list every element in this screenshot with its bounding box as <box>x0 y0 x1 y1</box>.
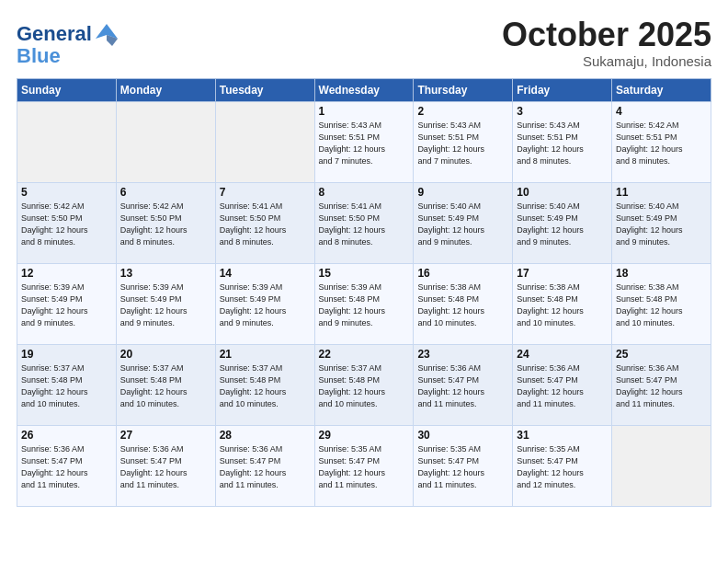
calendar-cell: 14Sunrise: 5:39 AM Sunset: 5:49 PM Dayli… <box>215 263 314 344</box>
calendar-cell: 24Sunrise: 5:36 AM Sunset: 5:47 PM Dayli… <box>513 344 612 425</box>
logo: General Blue <box>17 20 119 68</box>
calendar-cell: 9Sunrise: 5:40 AM Sunset: 5:49 PM Daylig… <box>414 182 513 263</box>
calendar-cell: 19Sunrise: 5:37 AM Sunset: 5:48 PM Dayli… <box>17 344 117 425</box>
day-number: 7 <box>220 186 311 199</box>
day-number: 22 <box>319 348 410 361</box>
day-number: 5 <box>21 186 112 199</box>
weekday-header-friday: Friday <box>513 78 612 101</box>
day-info: Sunrise: 5:38 AM Sunset: 5:48 PM Dayligh… <box>417 282 508 329</box>
day-info: Sunrise: 5:36 AM Sunset: 5:47 PM Dayligh… <box>220 443 311 491</box>
day-number: 19 <box>21 348 112 361</box>
day-number: 14 <box>220 267 311 280</box>
calendar-cell: 1Sunrise: 5:43 AM Sunset: 5:51 PM Daylig… <box>314 101 414 182</box>
calendar-cell: 26Sunrise: 5:36 AM Sunset: 5:47 PM Dayli… <box>17 425 117 506</box>
day-info: Sunrise: 5:39 AM Sunset: 5:49 PM Dayligh… <box>220 282 311 329</box>
day-number: 20 <box>120 348 211 361</box>
day-info: Sunrise: 5:43 AM Sunset: 5:51 PM Dayligh… <box>417 120 508 167</box>
calendar-cell: 7Sunrise: 5:41 AM Sunset: 5:50 PM Daylig… <box>215 182 314 263</box>
weekday-header-wednesday: Wednesday <box>314 78 414 101</box>
day-info: Sunrise: 5:37 AM Sunset: 5:48 PM Dayligh… <box>319 362 410 410</box>
calendar-cell: 31Sunrise: 5:35 AM Sunset: 5:47 PM Dayli… <box>513 425 612 506</box>
day-number: 31 <box>517 429 608 442</box>
day-number: 23 <box>417 348 508 361</box>
calendar-cell <box>612 425 711 506</box>
day-number: 2 <box>417 105 508 118</box>
weekday-header-thursday: Thursday <box>414 78 513 101</box>
day-number: 30 <box>417 429 508 442</box>
calendar-cell: 20Sunrise: 5:37 AM Sunset: 5:48 PM Dayli… <box>116 344 215 425</box>
weekday-header-tuesday: Tuesday <box>215 78 314 101</box>
day-number: 25 <box>616 348 707 361</box>
day-info: Sunrise: 5:41 AM Sunset: 5:50 PM Dayligh… <box>319 201 410 248</box>
calendar-cell: 27Sunrise: 5:36 AM Sunset: 5:47 PM Dayli… <box>116 425 215 506</box>
day-info: Sunrise: 5:35 AM Sunset: 5:47 PM Dayligh… <box>517 443 608 491</box>
day-info: Sunrise: 5:38 AM Sunset: 5:48 PM Dayligh… <box>517 282 608 329</box>
day-info: Sunrise: 5:35 AM Sunset: 5:47 PM Dayligh… <box>319 443 410 491</box>
day-info: Sunrise: 5:37 AM Sunset: 5:48 PM Dayligh… <box>220 362 311 410</box>
day-info: Sunrise: 5:40 AM Sunset: 5:49 PM Dayligh… <box>517 201 608 248</box>
calendar-cell: 25Sunrise: 5:36 AM Sunset: 5:47 PM Dayli… <box>612 344 711 425</box>
calendar-cell: 30Sunrise: 5:35 AM Sunset: 5:47 PM Dayli… <box>414 425 513 506</box>
day-info: Sunrise: 5:36 AM Sunset: 5:47 PM Dayligh… <box>517 362 608 410</box>
day-info: Sunrise: 5:37 AM Sunset: 5:48 PM Dayligh… <box>120 362 211 410</box>
day-number: 26 <box>21 429 112 442</box>
day-info: Sunrise: 5:39 AM Sunset: 5:48 PM Dayligh… <box>319 282 410 329</box>
day-number: 13 <box>120 267 211 280</box>
calendar-cell: 23Sunrise: 5:36 AM Sunset: 5:47 PM Dayli… <box>414 344 513 425</box>
location: Sukamaju, Indonesia <box>502 53 711 69</box>
calendar-cell: 11Sunrise: 5:40 AM Sunset: 5:49 PM Dayli… <box>612 182 711 263</box>
day-number: 27 <box>120 429 211 442</box>
day-info: Sunrise: 5:39 AM Sunset: 5:49 PM Dayligh… <box>21 282 112 329</box>
calendar-cell: 21Sunrise: 5:37 AM Sunset: 5:48 PM Dayli… <box>215 344 314 425</box>
day-number: 16 <box>417 267 508 280</box>
calendar-cell: 16Sunrise: 5:38 AM Sunset: 5:48 PM Dayli… <box>414 263 513 344</box>
day-info: Sunrise: 5:40 AM Sunset: 5:49 PM Dayligh… <box>417 201 508 248</box>
calendar-cell: 8Sunrise: 5:41 AM Sunset: 5:50 PM Daylig… <box>314 182 414 263</box>
header: General Blue October 2025 Sukamaju, Indo… <box>17 17 711 69</box>
calendar-cell: 29Sunrise: 5:35 AM Sunset: 5:47 PM Dayli… <box>314 425 414 506</box>
title-block: October 2025 Sukamaju, Indonesia <box>502 17 711 69</box>
day-info: Sunrise: 5:40 AM Sunset: 5:49 PM Dayligh… <box>616 201 707 248</box>
day-number: 15 <box>319 267 410 280</box>
day-number: 9 <box>417 186 508 199</box>
calendar-cell <box>215 101 314 182</box>
day-info: Sunrise: 5:42 AM Sunset: 5:50 PM Dayligh… <box>120 201 211 248</box>
day-number: 21 <box>220 348 311 361</box>
day-number: 6 <box>120 186 211 199</box>
calendar-cell: 15Sunrise: 5:39 AM Sunset: 5:48 PM Dayli… <box>314 263 414 344</box>
day-info: Sunrise: 5:43 AM Sunset: 5:51 PM Dayligh… <box>517 120 608 167</box>
calendar-cell <box>116 101 215 182</box>
weekday-header-sunday: Sunday <box>17 78 117 101</box>
day-info: Sunrise: 5:42 AM Sunset: 5:50 PM Dayligh… <box>21 201 112 248</box>
day-info: Sunrise: 5:38 AM Sunset: 5:48 PM Dayligh… <box>616 282 707 329</box>
day-number: 1 <box>319 105 410 118</box>
day-number: 29 <box>319 429 410 442</box>
day-info: Sunrise: 5:36 AM Sunset: 5:47 PM Dayligh… <box>616 362 707 410</box>
calendar-cell: 17Sunrise: 5:38 AM Sunset: 5:48 PM Dayli… <box>513 263 612 344</box>
day-number: 24 <box>517 348 608 361</box>
day-number: 3 <box>517 105 608 118</box>
calendar-cell: 22Sunrise: 5:37 AM Sunset: 5:48 PM Dayli… <box>314 344 414 425</box>
calendar-cell: 5Sunrise: 5:42 AM Sunset: 5:50 PM Daylig… <box>17 182 117 263</box>
day-number: 28 <box>220 429 311 442</box>
day-info: Sunrise: 5:39 AM Sunset: 5:49 PM Dayligh… <box>120 282 211 329</box>
calendar-cell <box>17 101 117 182</box>
calendar-cell: 2Sunrise: 5:43 AM Sunset: 5:51 PM Daylig… <box>414 101 513 182</box>
logo-text: General <box>17 23 92 45</box>
logo-icon <box>94 22 119 48</box>
day-number: 10 <box>517 186 608 199</box>
calendar-table: SundayMondayTuesdayWednesdayThursdayFrid… <box>17 78 711 507</box>
day-info: Sunrise: 5:41 AM Sunset: 5:50 PM Dayligh… <box>220 201 311 248</box>
day-number: 8 <box>319 186 410 199</box>
day-number: 17 <box>517 267 608 280</box>
calendar-cell: 4Sunrise: 5:42 AM Sunset: 5:51 PM Daylig… <box>612 101 711 182</box>
day-number: 4 <box>616 105 707 118</box>
calendar-cell: 28Sunrise: 5:36 AM Sunset: 5:47 PM Dayli… <box>215 425 314 506</box>
weekday-header-monday: Monday <box>116 78 215 101</box>
day-info: Sunrise: 5:42 AM Sunset: 5:51 PM Dayligh… <box>616 120 707 167</box>
day-info: Sunrise: 5:37 AM Sunset: 5:48 PM Dayligh… <box>21 362 112 410</box>
day-info: Sunrise: 5:35 AM Sunset: 5:47 PM Dayligh… <box>417 443 508 491</box>
calendar-cell: 18Sunrise: 5:38 AM Sunset: 5:48 PM Dayli… <box>612 263 711 344</box>
day-info: Sunrise: 5:36 AM Sunset: 5:47 PM Dayligh… <box>120 443 211 491</box>
day-info: Sunrise: 5:43 AM Sunset: 5:51 PM Dayligh… <box>319 120 410 167</box>
